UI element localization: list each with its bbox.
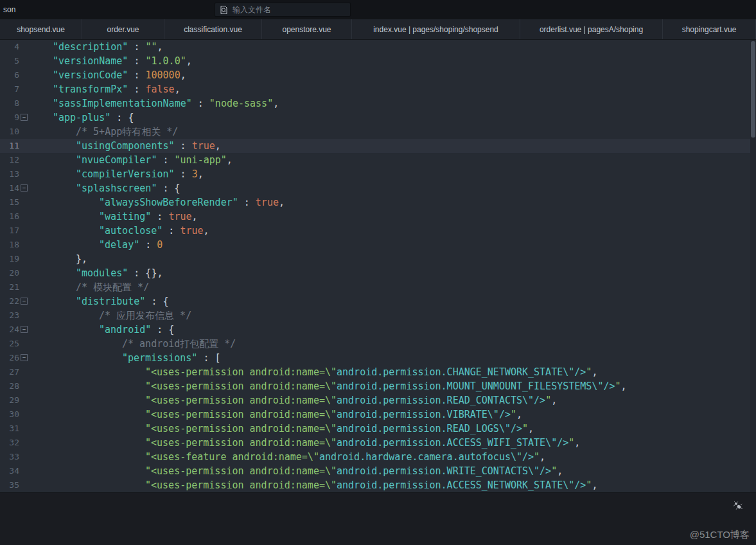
code-line-29[interactable]: 29"<uses-permission android:name=\"andro… [0,393,756,407]
fold-column: − [19,323,30,337]
code-line-9[interactable]: 9−"app-plus" : { [0,111,756,125]
code-editor[interactable]: 4"description" : "",5"versionName" : "1.… [0,40,756,492]
line-number: 8 [0,96,19,111]
fold-column [19,337,30,351]
fold-column [19,379,30,393]
code-line-25[interactable]: 25/* android打包配置 */ [0,337,756,351]
code-line-16[interactable]: 16"waiting" : true, [0,210,756,224]
line-number: 22 [0,294,19,308]
code-line-26[interactable]: 26−"permissions" : [ [0,351,756,365]
fold-toggle-icon[interactable]: − [21,326,28,333]
fold-column: − [19,111,30,125]
line-number: 7 [0,82,19,96]
fold-column [19,40,30,54]
file-search-box[interactable] [215,3,351,17]
code-text: "versionCode" : 100000, [30,68,756,82]
editor-tab-1[interactable]: shopsend.vue [0,19,82,39]
line-number: 18 [0,238,19,252]
code-line-22[interactable]: 22−"distribute" : { [0,294,756,308]
line-number: 24 [0,323,19,337]
code-text: "transformPx" : false, [30,82,756,96]
fold-toggle-icon[interactable]: − [21,298,28,305]
code-line-20[interactable]: 20"modules" : {}, [0,266,756,280]
file-search-input[interactable] [233,5,346,14]
tab-bar: shopsend.vueorder.vueclassification.vueo… [0,19,756,40]
code-text: "<uses-permission android:name=\"android… [30,365,756,379]
code-line-33[interactable]: 33"<uses-feature android:name=\"android.… [0,450,756,464]
code-line-15[interactable]: 15"alwaysShowBeforeRender" : true, [0,195,756,210]
code-line-27[interactable]: 27"<uses-permission android:name=\"andro… [0,365,756,379]
line-number: 6 [0,68,19,82]
fold-toggle-icon[interactable]: − [21,184,28,192]
fold-column [19,54,30,68]
editor-tab-7[interactable]: shopingcart.vue [663,19,756,39]
fold-column [19,407,30,422]
fold-column [19,82,30,96]
code-line-8[interactable]: 8"sassImplementationName" : "node-sass", [0,96,756,111]
code-line-10[interactable]: 10/* 5+App特有相关 */ [0,125,756,139]
ant-logo-icon[interactable] [733,501,743,511]
watermark-text: @51CTO博客 [690,529,750,541]
code-line-6[interactable]: 6"versionCode" : 100000, [0,68,756,82]
fold-column: − [19,294,30,308]
code-text: "alwaysShowBeforeRender" : true, [30,195,756,210]
line-number: 19 [0,252,19,266]
code-line-30[interactable]: 30"<uses-permission android:name=\"andro… [0,407,756,422]
editor-tab-3[interactable]: classification.vue [164,19,262,39]
vertical-scrollbar[interactable] [750,40,756,492]
line-number: 15 [0,195,19,210]
editor-tab-6[interactable]: orderlist.vue | pagesA/shoping [520,19,663,39]
line-number: 20 [0,266,19,280]
code-line-19[interactable]: 19}, [0,252,756,266]
code-line-12[interactable]: 12"nvueCompiler" : "uni-app", [0,153,756,167]
fold-column [19,210,30,224]
code-text: "nvueCompiler" : "uni-app", [30,153,756,167]
fold-toggle-icon[interactable]: − [21,354,28,361]
code-line-21[interactable]: 21/* 模块配置 */ [0,280,756,294]
code-line-31[interactable]: 31"<uses-permission android:name=\"andro… [0,422,756,436]
code-line-13[interactable]: 13"compilerVersion" : 3, [0,167,756,181]
code-text: "<uses-permission android:name=\"android… [30,422,756,436]
code-text: "autoclose" : true, [30,224,756,238]
code-line-24[interactable]: 24−"android" : { [0,323,756,337]
fold-column [19,167,30,181]
code-line-17[interactable]: 17"autoclose" : true, [0,224,756,238]
code-line-11[interactable]: 11"usingComponents" : true, [0,139,756,153]
line-number: 12 [0,153,19,167]
code-text: /* 5+App特有相关 */ [30,125,756,139]
code-line-32[interactable]: 32"<uses-permission android:name=\"andro… [0,436,756,450]
line-number: 11 [0,139,19,153]
code-line-5[interactable]: 5"versionName" : "1.0.0", [0,54,756,68]
code-text: "app-plus" : { [30,111,756,125]
line-number: 21 [0,280,19,294]
fold-column [19,365,30,379]
window-title-fragment: son [0,5,15,14]
code-text: "delay" : 0 [30,238,756,252]
code-line-28[interactable]: 28"<uses-permission android:name=\"andro… [0,379,756,393]
fold-column [19,238,30,252]
scrollbar-thumb[interactable] [751,41,755,138]
code-line-14[interactable]: 14−"splashscreen" : { [0,181,756,195]
code-line-7[interactable]: 7"transformPx" : false, [0,82,756,96]
code-text: "permissions" : [ [30,351,756,365]
code-line-35[interactable]: 35"<uses-permission android:name=\"andro… [0,478,756,492]
code-text: "<uses-permission android:name=\"android… [30,393,756,407]
fold-column [19,450,30,464]
code-line-34[interactable]: 34"<uses-permission android:name=\"andro… [0,464,756,478]
fold-column [19,266,30,280]
line-number: 16 [0,210,19,224]
fold-column [19,464,30,478]
editor-tab-4[interactable]: openstore.vue [262,19,352,39]
line-number: 26 [0,351,19,365]
line-number: 31 [0,422,19,436]
code-text: /* android打包配置 */ [30,337,756,351]
editor-tab-5[interactable]: index.vue | pages/shoping/shopsend [352,19,520,39]
code-line-23[interactable]: 23/* 应用发布信息 */ [0,308,756,323]
line-number: 27 [0,365,19,379]
code-line-4[interactable]: 4"description" : "", [0,40,756,54]
code-text: "modules" : {}, [30,266,756,280]
editor-tab-2[interactable]: order.vue [82,19,164,39]
fold-toggle-icon[interactable]: − [21,114,28,121]
code-line-18[interactable]: 18"delay" : 0 [0,238,756,252]
code-lines: 4"description" : "",5"versionName" : "1.… [0,40,756,492]
